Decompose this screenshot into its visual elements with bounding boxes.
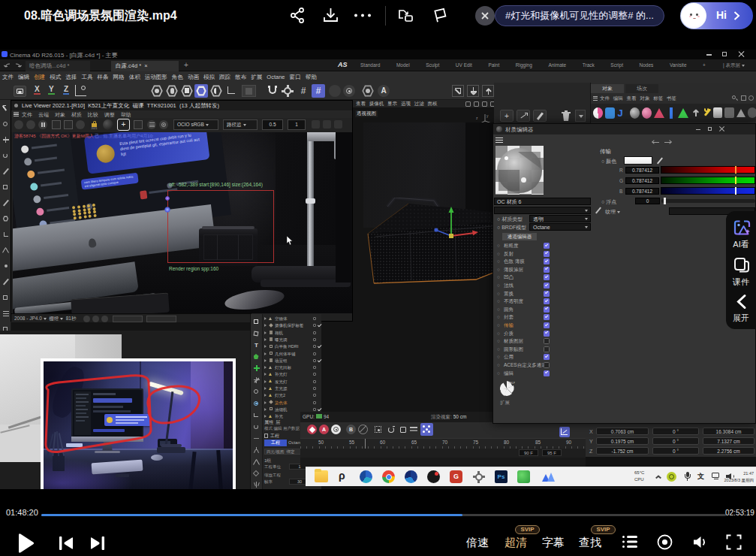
- svg-text:y: y: [486, 113, 489, 118]
- svg-text:z: z: [476, 116, 478, 120]
- svg-text:HELP: HELP: [508, 382, 515, 385]
